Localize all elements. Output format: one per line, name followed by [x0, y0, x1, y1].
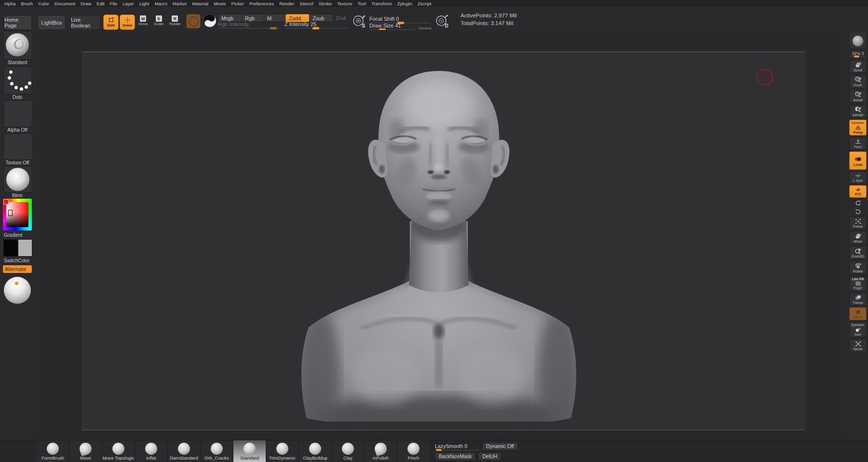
menu-zplugin[interactable]: Zplugin [397, 1, 412, 6]
brush-tile-formbrush[interactable]: FormBrush [37, 440, 69, 462]
solo-button[interactable]: Dynamic Solo [849, 322, 867, 338]
draw-size-slider[interactable]: Draw Size 41 [369, 23, 416, 30]
dynamic-size-label[interactable]: Dynamic [419, 27, 432, 30]
spix-slider[interactable]: SPix 3 [849, 51, 867, 58]
brush-tile-claybuildup[interactable]: ClayBuildup [299, 440, 332, 462]
brush-tile-mpolish[interactable]: mPolish [365, 440, 397, 462]
hue-selector[interactable] [3, 199, 9, 204]
menu-tool[interactable]: Tool [357, 1, 366, 6]
brush-tile-orb-cracks[interactable]: Orb_Cracks [201, 440, 233, 462]
brush-tile-inflat[interactable]: Inflat [135, 440, 168, 462]
bpr-render-button[interactable]: BPR [849, 32, 867, 49]
scroll-button[interactable]: Scroll [849, 60, 867, 73]
current-stroke-thumbnail[interactable] [3, 67, 32, 95]
current-material-thumbnail[interactable] [3, 166, 32, 193]
main-color-swatch[interactable] [3, 239, 18, 257]
persp-button[interactable]: Dynamic Persp [849, 120, 867, 136]
draw-mode-button[interactable]: Draw [120, 14, 135, 30]
brush-tile-move-topological[interactable]: Move Topologica [102, 440, 135, 462]
z-intensity-slider[interactable]: Z Intensity 25 [285, 21, 349, 28]
actual-size-button[interactable]: Actual [849, 90, 867, 103]
solo-spheres-icon [854, 326, 862, 333]
current-alpha-thumbnail[interactable] [3, 100, 32, 127]
secondary-color-swatch[interactable] [18, 239, 32, 257]
move-mode-button[interactable]: M Move [138, 15, 148, 26]
color-selector[interactable] [8, 210, 13, 216]
menu-movie[interactable]: Movie [214, 1, 226, 6]
viewport-canvas[interactable] [35, 30, 848, 440]
menu-brush[interactable]: Brush [21, 1, 33, 6]
lazysmooth-slider[interactable]: LazySmooth 0 [435, 443, 479, 450]
spix-handle[interactable] [854, 55, 859, 57]
menu-preferences[interactable]: Preferences [249, 1, 274, 6]
menu-picker[interactable]: Picker [231, 1, 244, 6]
stroke-curve-button[interactable]: S [352, 14, 366, 28]
brush-tile-standard-selected[interactable]: Standard [233, 440, 266, 462]
dynamics-button[interactable]: D [435, 14, 449, 28]
frame-button[interactable]: Frame [849, 217, 867, 230]
menu-edit[interactable]: Edit [96, 1, 104, 6]
menu-material[interactable]: Material [192, 1, 208, 6]
rotate-cw-button[interactable] [849, 199, 867, 206]
rotate-ccw-icon [854, 208, 862, 215]
menu-texture[interactable]: Texture [337, 1, 352, 6]
scale-mode-button[interactable]: S Scale [154, 15, 163, 26]
backfacemask-button[interactable]: BackfaceMask [435, 452, 475, 461]
brush-tile-move[interactable]: Move [69, 440, 102, 462]
edit-mode-button[interactable]: Edit [103, 14, 119, 30]
left-shelf: Standard Dots Alpha Off Texture Off Blin… [0, 30, 35, 440]
xpose-button[interactable]: Xpose [849, 339, 867, 352]
menu-alpha[interactable]: Alpha [4, 1, 15, 6]
z-intensity-handle[interactable] [312, 27, 319, 29]
transparency-button[interactable]: Transp [849, 293, 867, 306]
current-texture-thumbnail[interactable] [3, 133, 32, 160]
rotate-mode-button[interactable]: R Rotate [169, 15, 181, 26]
document-area[interactable] [82, 52, 805, 430]
zoom-button[interactable]: Zoom [849, 75, 867, 88]
lightbox-button[interactable]: LightBox [38, 15, 66, 30]
alternate-button[interactable]: Alternate [3, 265, 32, 273]
rotate-camera-button[interactable]: Rotate [849, 261, 867, 274]
polyframe-button[interactable]: Line Fill PolyF [849, 276, 867, 291]
move-camera-button[interactable]: Move [849, 231, 867, 245]
menu-light[interactable]: Light [139, 1, 149, 6]
menu-stroke[interactable]: Stroke [319, 1, 332, 6]
ghost-button[interactable]: Ghost [849, 307, 867, 320]
live-boolean-button[interactable]: Live Boolean [70, 15, 100, 30]
menu-color[interactable]: Color [38, 1, 49, 6]
menu-layer[interactable]: Layer [122, 1, 134, 6]
zoom3d-button[interactable]: Zoom3D [849, 246, 867, 259]
menu-draw[interactable]: Draw [81, 1, 91, 6]
menu-file[interactable]: File [110, 1, 117, 6]
menu-zscript[interactable]: Zscript [418, 1, 432, 6]
xyz-button[interactable]: XYZ [849, 185, 867, 198]
home-page-button[interactable]: Home Page [4, 15, 32, 30]
current-brush-thumbnail[interactable] [3, 31, 32, 60]
menu-marker[interactable]: Marker [173, 1, 187, 6]
dynamic-off-button[interactable]: Dynamic Off [482, 442, 518, 450]
brush-tile-pinch[interactable]: Pinch [397, 440, 430, 462]
local-button[interactable]: Local [849, 151, 867, 170]
menu-render[interactable]: Render [279, 1, 294, 6]
rotate-ccw-button[interactable] [849, 208, 867, 215]
lazysmooth-handle[interactable] [436, 449, 442, 451]
brush-tile-clay[interactable]: Clay [332, 440, 365, 462]
menu-stencil[interactable]: Stencil [299, 1, 313, 6]
rgb-intensity-handle[interactable] [270, 27, 277, 29]
lsym-button[interactable]: L.Sym [849, 171, 867, 184]
focal-shift-slider[interactable]: Focal Shift 0 [369, 16, 430, 23]
brush-tile-damstandard[interactable]: DamStandard [168, 440, 201, 462]
current-brush-button[interactable] [186, 14, 201, 28]
tool-preview-sphere[interactable] [4, 277, 31, 304]
color-picker[interactable] [3, 199, 32, 231]
menu-transform[interactable]: Transform [371, 1, 392, 6]
deluh-button[interactable]: DelUH [478, 452, 501, 461]
menu-document[interactable]: Document [54, 1, 75, 6]
current-material-button[interactable] [203, 14, 217, 28]
floor-button[interactable]: Floor [849, 137, 867, 150]
brush-tile-trimdynamic[interactable]: TrimDynamic [266, 440, 299, 462]
zbrush-window: Alpha Brush Color Document Draw Edit Fil… [0, 0, 868, 462]
aahalf-button[interactable]: AAHalf [849, 105, 867, 118]
rgb-intensity-slider[interactable]: Rgb Intensity [218, 21, 279, 28]
menu-macro[interactable]: Macro [154, 1, 167, 6]
